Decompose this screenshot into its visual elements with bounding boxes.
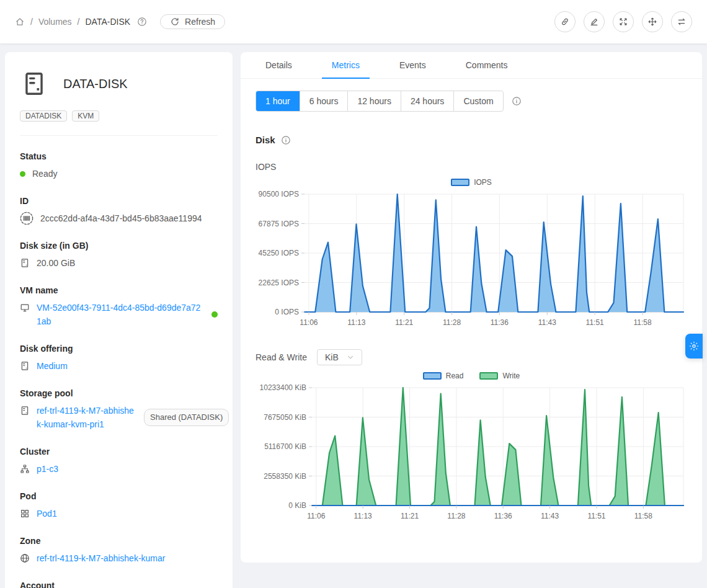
refresh-button[interactable]: Refresh [160,14,225,29]
field-disk-size-label: Disk size (in GB) [20,241,218,251]
field-storage-pool-link[interactable]: ref-trl-4119-k-M7-abhishek-kumar-kvm-pri… [37,404,136,431]
unit-select[interactable]: KiB [317,349,362,365]
volume-icon [21,71,47,97]
legend-label: Write [502,372,520,380]
field-cluster: Clusterp1-c3 [20,447,218,476]
y-tick-label: 7675050 KiB [264,413,306,422]
field-cluster-link[interactable]: p1-c3 [37,462,58,476]
field-storage-pool-tag: Shared (DATADISK) [144,409,229,426]
tab-metrics[interactable]: Metrics [322,52,370,78]
time-range-group: 1 hour6 hours12 hours24 hoursCustom [256,91,504,112]
swap-button[interactable] [671,11,692,32]
info-circle-icon[interactable] [512,96,522,106]
field-disk-offering-label: Disk offering [20,344,218,354]
iops-chart-container: IOPS0 IOPS22625 IOPS45250 IOPS67875 IOPS… [256,177,687,333]
tab-details[interactable]: Details [256,52,302,78]
field-zone-value: ref-trl-4119-k-M7-abhishek-kumar [20,551,218,565]
expand-button[interactable] [613,11,634,32]
home-icon[interactable] [15,17,25,27]
edit-button[interactable] [584,11,605,32]
field-storage-pool-value: ref-trl-4119-k-M7-abhishek-kumar-kvm-pri… [20,404,218,431]
field-zone-link[interactable]: ref-trl-4119-k-M7-abhishek-kumar [37,551,165,565]
cluster-icon [20,464,30,474]
gear-icon [689,341,699,351]
swap-arrows-icon [677,17,687,27]
legend-item-iops[interactable]: IOPS [451,178,492,187]
x-tick-label: 11:13 [354,512,372,520]
tab-events[interactable]: Events [389,52,436,78]
x-tick-label: 11:51 [586,318,604,327]
legend-item-write[interactable]: Write [479,372,520,380]
reload-icon [170,17,180,27]
volume-tag: DATADISK [20,110,67,122]
x-tick-label: 11:06 [307,512,325,520]
readwrite-chart-title: Read & Write [256,352,307,362]
header-actions [554,11,692,32]
page-content: DATA-DISK DATADISKKVM StatusReadyID2ccc6… [0,43,707,588]
field-id: ID2ccc62dd-af4a-43d7-bd45-6b83aae11994 [20,196,218,225]
volume-tag: KVM [72,110,99,122]
legend-swatch [451,179,469,186]
time-range-6-hours[interactable]: 6 hours [300,91,348,111]
field-disk-offering-link[interactable]: Medium [37,359,68,373]
y-tick-label: 2558350 KiB [264,472,306,481]
x-tick-label: 11:06 [300,318,318,327]
time-range-row: 1 hour6 hours12 hours24 hoursCustom [256,91,687,112]
x-tick-label: 11:43 [538,318,556,327]
disk-heading-label: Disk [256,135,275,145]
breadcrumb-current: DATA-DISK [85,17,130,27]
question-circle-icon[interactable] [137,17,147,27]
x-tick-label: 11:36 [491,318,509,327]
field-id-text: 2ccc62dd-af4a-43d7-bd45-6b83aae11994 [40,212,202,225]
y-tick-label: 0 KiB [288,501,306,510]
field-disk-offering-value: Medium [20,359,218,373]
link-icon [560,17,570,27]
volume-detail-card: DetailsMetricsEventsComments 1 hour6 hou… [241,52,702,563]
breadcrumb-separator: / [78,17,80,27]
field-account-label: Account [20,581,218,588]
volume-fields: StatusReadyID2ccc62dd-af4a-43d7-bd45-6b8… [20,151,218,588]
globe-icon [20,553,30,563]
x-tick-label: 11:58 [634,512,652,520]
time-range-custom[interactable]: Custom [453,91,502,111]
x-tick-label: 11:13 [347,318,365,327]
barcode-icon [20,212,33,225]
field-disk-size-text: 20.00 GiB [37,256,75,270]
info-circle-icon[interactable] [281,135,291,145]
iops-chart: 0 IOPS22625 IOPS45250 IOPS67875 IOPS9050… [256,189,687,333]
readwrite-chart-container: ReadWrite0 KiB2558350 KiB5116700 KiB7675… [256,370,687,527]
field-pod-link[interactable]: Pod1 [37,507,57,520]
field-disk-size-value: 20.00 GiB [20,256,218,270]
time-range-24-hours[interactable]: 24 hours [401,91,453,111]
field-zone: Zoneref-trl-4119-k-M7-abhishek-kumar [20,536,218,565]
field-id-label: ID [20,196,218,206]
tabs-bar: DetailsMetricsEventsComments [241,52,702,79]
tab-comments[interactable]: Comments [456,52,518,78]
breadcrumb-volumes-link[interactable]: Volumes [38,17,72,27]
legend-item-read[interactable]: Read [423,372,464,380]
x-tick-label: 11:51 [587,512,605,520]
settings-fab[interactable] [685,334,703,359]
legend-swatch [479,372,498,380]
readwrite-legend: ReadWrite [256,370,687,381]
move-button[interactable] [642,11,663,32]
chevron-down-icon [345,352,355,362]
field-cluster-label: Cluster [20,447,218,457]
y-tick-label: 22625 IOPS [259,278,299,287]
link-button[interactable] [554,11,576,32]
edit-icon [589,17,599,27]
field-vm-name-link[interactable]: VM-52e00f43-7911-4dc4-85bd-d69de7a721ab [37,301,205,328]
y-tick-label: 67875 IOPS [259,220,299,228]
legend-label: IOPS [474,178,492,187]
field-status-text: Ready [32,167,57,180]
volume-title: DATA-DISK [63,77,128,91]
time-range-1-hour[interactable]: 1 hour [256,91,300,111]
x-tick-label: 11:36 [494,512,512,520]
status-dot [20,171,25,177]
y-tick-label: 5116700 KiB [264,442,306,451]
time-range-12-hours[interactable]: 12 hours [347,91,400,111]
field-account: Accountadmin [20,581,218,588]
field-pod-value: Pod1 [20,507,218,520]
metrics-body: 1 hour6 hours12 hours24 hoursCustom Disk… [241,79,702,541]
volume-info-card: DATA-DISK DATADISKKVM StatusReadyID2ccc6… [5,52,233,588]
